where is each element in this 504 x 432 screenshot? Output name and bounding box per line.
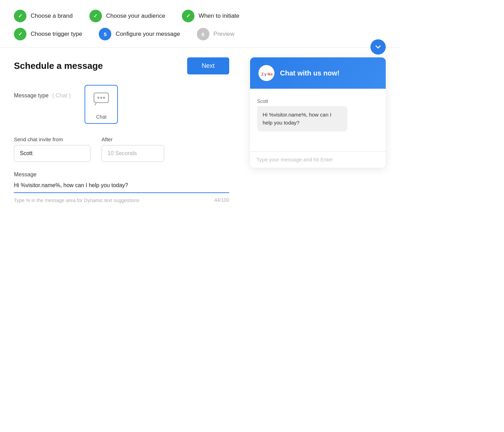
step-brand-circle: ✓ <box>14 10 26 22</box>
step-brand: ✓ Choose a brand <box>14 10 73 22</box>
svg-text:Z: Z <box>261 72 264 76</box>
chat-preview: Z y lke Chat with us now! Scott Hi %visi… <box>250 57 386 168</box>
message-type-label: Message type ( Chat ) <box>14 85 71 99</box>
message-type-subtext: ( Chat ) <box>52 93 71 98</box>
chat-input-placeholder: Type your message and hit Enter <box>256 157 333 162</box>
svg-text:lke: lke <box>267 72 273 76</box>
chat-header-title: Chat with us now! <box>280 69 339 77</box>
step-brand-label: Choose a brand <box>31 13 73 19</box>
main-content: Schedule a message Next Message type ( C… <box>0 48 400 214</box>
stepper-row-1: ✓ Choose a brand ✓ Choose your audience … <box>14 10 386 22</box>
from-input[interactable] <box>14 145 90 162</box>
step-trigger-label: Choose trigger type <box>31 31 82 38</box>
chat-agent-name: Scott <box>257 98 379 104</box>
chat-type-name: Chat <box>96 114 107 120</box>
top-row: Schedule a message Next <box>14 57 229 74</box>
check-icon-4: ✓ <box>18 31 23 37</box>
step-initiate-label: When to initiate <box>199 13 239 19</box>
hint-row: Type % in the message area for Dynamic t… <box>14 197 229 204</box>
send-invite-row: Send chat invite from After <box>14 136 229 162</box>
step-configure-label: Configure your message <box>115 31 180 38</box>
step-trigger: ✓ Choose trigger type <box>14 28 82 40</box>
after-label: After <box>102 136 164 142</box>
step-configure-circle: 5 <box>99 28 111 40</box>
chat-body: Scott Hi %visitor.name%, how can I help … <box>250 89 386 151</box>
message-text: Hi %visitor.name%, how can I help you to… <box>14 181 229 190</box>
stepper: ✓ Choose a brand ✓ Choose your audience … <box>0 0 400 48</box>
page-title: Schedule a message <box>14 61 103 71</box>
step-preview-label: Preview <box>214 31 234 38</box>
avatar: Z y lke <box>258 65 274 81</box>
svg-point-3 <box>103 97 105 99</box>
chat-bubble: Hi %visitor.name%, how can I help you to… <box>257 106 347 131</box>
left-panel: Schedule a message Next Message type ( C… <box>14 57 229 204</box>
next-button[interactable]: Next <box>187 57 229 74</box>
chat-bubble-icon <box>93 92 110 109</box>
step-audience-circle: ✓ <box>89 10 102 22</box>
message-section: Message Hi %visitor.name%, how can I hel… <box>14 171 229 204</box>
hint-text: Type % in the message area for Dynamic t… <box>14 197 139 204</box>
stepper-row-2: ✓ Choose trigger type 5 Configure your m… <box>14 28 386 40</box>
svg-text:y: y <box>264 72 267 76</box>
from-col: Send chat invite from <box>14 136 90 162</box>
step-initiate-circle: ✓ <box>182 10 194 22</box>
chat-type-card[interactable]: Chat <box>85 85 118 124</box>
step-preview-number: 6 <box>201 31 204 37</box>
from-label: Send chat invite from <box>14 136 90 142</box>
svg-point-2 <box>100 97 102 99</box>
step-preview: 6 Preview <box>197 28 234 40</box>
step-trigger-circle: ✓ <box>14 28 26 40</box>
svg-point-1 <box>97 97 99 99</box>
chat-input-area: Type your message and hit Enter <box>250 151 386 168</box>
char-count: 44/100 <box>214 197 229 203</box>
message-type-row: Message type ( Chat ) Chat <box>14 85 229 124</box>
step-configure: 5 Configure your message <box>99 28 180 40</box>
chat-header: Z y lke Chat with us now! <box>250 57 386 89</box>
after-col: After <box>102 136 164 162</box>
message-label: Message <box>14 171 229 178</box>
message-underline <box>14 192 229 193</box>
step-audience-label: Choose your audience <box>106 13 165 19</box>
step-audience: ✓ Choose your audience <box>89 10 165 22</box>
right-panel: Z y lke Chat with us now! Scott Hi %visi… <box>250 57 386 168</box>
step-configure-number: 5 <box>104 31 106 37</box>
check-icon-2: ✓ <box>93 13 98 19</box>
check-icon: ✓ <box>18 13 23 19</box>
step-preview-circle: 6 <box>197 28 209 40</box>
after-input[interactable] <box>102 145 164 162</box>
collapse-button[interactable] <box>370 39 386 55</box>
check-icon-3: ✓ <box>186 13 191 19</box>
step-initiate: ✓ When to initiate <box>182 10 239 22</box>
